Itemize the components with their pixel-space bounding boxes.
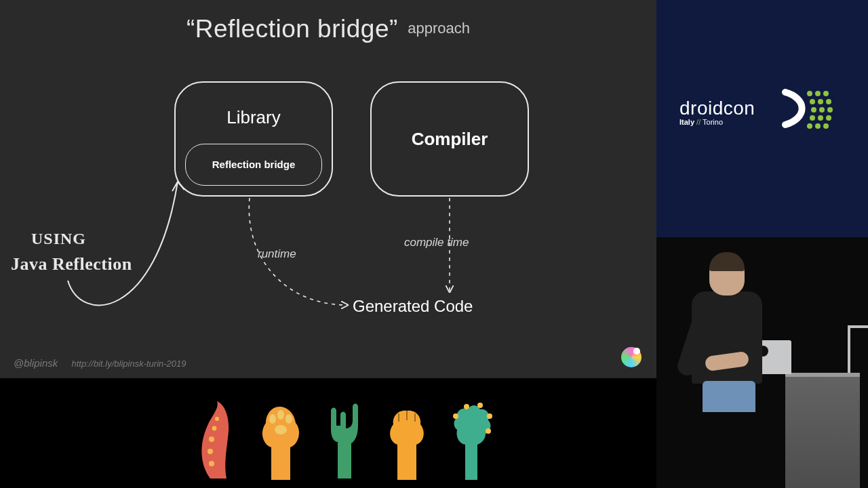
svg-point-5 [826,99,831,104]
slide-footer: @blipinsk http://bit.ly/blipinsk-turin-2… [14,357,186,369]
svg-point-27 [487,413,492,419]
svg-point-26 [477,403,483,408]
footer-illustration-strip [0,378,656,488]
compiler-label: Compiler [372,129,528,150]
presentation-slide: “Reflection bridge” approach Library Ref… [0,0,656,378]
svg-point-12 [807,123,812,129]
compile-time-annotation: compile time [404,236,469,249]
svg-point-1 [815,91,821,96]
svg-point-17 [209,436,214,442]
svg-point-6 [811,107,816,113]
svg-point-14 [823,123,829,129]
svg-point-23 [275,425,287,434]
speaker [682,255,768,415]
diagram-arrows [0,0,656,378]
droidcon-mark-icon [778,84,838,133]
droidcon-wordmark: droidcon [679,98,755,119]
brand-country: Italy [679,118,694,126]
svg-point-21 [277,410,284,420]
svg-point-7 [819,107,825,113]
podium [785,373,860,488]
reflection-bridge-box: Reflection bridge [185,144,322,186]
svg-point-13 [815,123,821,129]
brand-sep: // [696,118,701,126]
svg-point-8 [827,107,833,113]
svg-point-4 [818,99,823,104]
creature-hands-icon [197,399,496,480]
author-handle: @blipinsk [14,357,58,369]
library-label: Library [176,107,332,128]
svg-point-19 [215,417,219,421]
handwritten-java-reflection: Java Reflection [11,253,132,274]
handwritten-using: USING [31,229,86,249]
event-brand-panel: droidcon Italy // Torino [656,0,868,237]
svg-point-15 [209,461,214,466]
svg-point-20 [269,414,276,424]
generated-code-label: Generated Code [353,297,473,316]
droidcon-logo: droidcon Italy // Torino [679,98,755,126]
slide-title: “Reflection bridge” approach [0,15,656,43]
droidcon-badge-icon [621,347,642,367]
slides-url: http://bit.ly/blipinsk-turin-2019 [71,359,186,369]
svg-point-22 [285,414,292,424]
compiler-box: Compiler [370,81,529,197]
svg-point-16 [208,449,213,454]
svg-point-24 [453,413,458,419]
speaker-video [656,237,868,488]
svg-point-10 [818,115,823,121]
svg-point-9 [810,115,815,121]
library-box: Library Reflection bridge [174,81,333,197]
brand-city: Torino [703,118,723,126]
runtime-annotation: runtime [258,247,296,261]
title-main: “Reflection bridge” [186,15,398,43]
svg-point-2 [823,91,829,96]
svg-point-11 [826,115,831,121]
svg-point-25 [464,404,469,409]
svg-point-3 [810,99,815,104]
svg-point-0 [807,91,812,96]
svg-point-18 [212,426,217,431]
svg-point-28 [486,428,491,434]
title-sub: approach [408,20,470,37]
